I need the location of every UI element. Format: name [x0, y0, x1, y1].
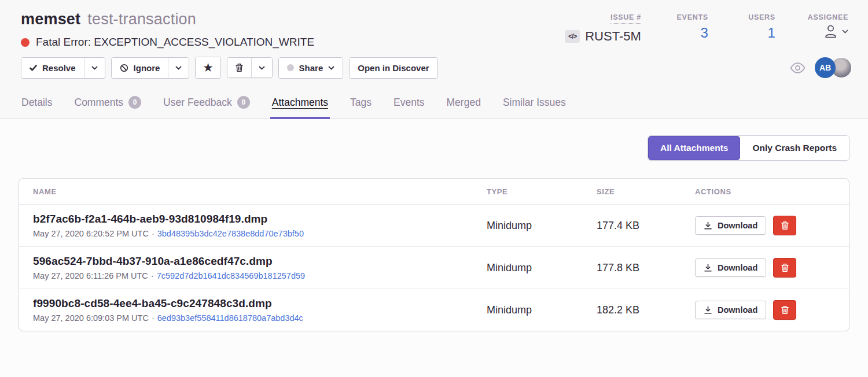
- culprit-function: memset: [21, 10, 80, 28]
- chevron-down-icon: [259, 66, 265, 70]
- transaction-name: test-transaction: [87, 10, 196, 28]
- issue-title: memsettest-transaction: [21, 10, 314, 28]
- delete-attachment-button[interactable]: [773, 258, 796, 278]
- tab-tags[interactable]: Tags: [350, 88, 372, 119]
- users-count[interactable]: 1: [767, 25, 775, 41]
- attachment-filename: f9990bc8-cd58-4ee4-ba45-c9c247848c3d.dmp: [33, 297, 487, 310]
- assignee-selector[interactable]: [824, 24, 848, 39]
- discover-label: Open in Discover: [358, 63, 429, 73]
- tab-attachments[interactable]: Attachments: [271, 88, 329, 119]
- issue-short-id: RUST-5M: [585, 29, 641, 44]
- attachment-size: 182.2 KB: [597, 304, 695, 316]
- attachment-actions: Download: [695, 216, 849, 235]
- download-button[interactable]: Download: [695, 216, 766, 235]
- delete-dropdown-button[interactable]: [251, 58, 272, 77]
- chevron-down-icon: [175, 66, 182, 70]
- users-label: USERS: [748, 13, 775, 21]
- chevron-down-icon: [328, 66, 334, 70]
- attachment-size: 177.8 KB: [597, 262, 695, 274]
- attachment-date: May 27, 2020 6:11:26 PM UTC: [33, 271, 148, 280]
- bookmark-star-button[interactable]: ★: [196, 57, 220, 78]
- assignee-label: ASSIGNEE: [808, 13, 848, 21]
- share-button[interactable]: Share: [279, 58, 343, 78]
- issue-number-value[interactable]: </> RUST-5M: [565, 29, 641, 44]
- trash-icon: [235, 63, 244, 72]
- filter-all-attachments-button[interactable]: All Attachments: [648, 136, 740, 160]
- attachment-date: May 27, 2020 6:09:03 PM UTC: [33, 313, 149, 323]
- delete-attachment-button[interactable]: [773, 216, 796, 235]
- separator-dot: ·: [151, 271, 154, 280]
- attachment-type: Minidump: [487, 262, 597, 274]
- event-id-link[interactable]: 3bd48395b3dc42e7838e8dd70e73bf50: [157, 229, 304, 238]
- error-message: Fatal Error: EXCEPTION_ACCESS_VIOLATION_…: [36, 36, 314, 49]
- ignore-label: Ignore: [134, 63, 160, 73]
- resolve-button[interactable]: Resolve: [21, 58, 84, 78]
- share-label: Share: [299, 63, 323, 73]
- header-row: memsettest-transaction Fatal Error: EXCE…: [0, 0, 868, 49]
- attachment-filename: b2f7ac6b-f2a1-464b-aeb9-93d810984f19.dmp: [33, 213, 487, 226]
- download-button[interactable]: Download: [695, 258, 766, 277]
- issue-tabs: Details Comments0 User Feedback0 Attachm…: [0, 88, 868, 119]
- download-label: Download: [718, 221, 757, 230]
- filter-only-crash-reports-button[interactable]: Only Crash Reports: [740, 136, 849, 160]
- attachment-size: 177.4 KB: [597, 220, 695, 232]
- table-row: b2f7ac6b-f2a1-464b-aeb9-93d810984f19.dmp…: [19, 205, 849, 247]
- attachment-filter-row: All Attachments Only Crash Reports: [19, 135, 849, 161]
- attachment-filter-group: All Attachments Only Crash Reports: [648, 135, 849, 161]
- tab-user-feedback[interactable]: User Feedback0: [163, 88, 251, 119]
- delete-issue-button[interactable]: [227, 58, 251, 77]
- ignore-dropdown-button[interactable]: [168, 58, 189, 78]
- events-count[interactable]: 3: [700, 25, 708, 41]
- comments-count-badge: 0: [128, 96, 141, 109]
- open-in-discover-button[interactable]: Open in Discover: [350, 58, 437, 78]
- download-button[interactable]: Download: [695, 301, 766, 319]
- attachments-table-panel: NAME TYPE SIZE ACTIONS b2f7ac6b-f2a1-464…: [19, 178, 849, 331]
- attachment-actions: Download: [695, 258, 849, 278]
- participant-avatars: AB: [815, 57, 852, 78]
- ignore-button[interactable]: Ignore: [112, 58, 168, 78]
- resolve-button-group: Resolve: [21, 57, 105, 79]
- mute-icon: [120, 64, 128, 72]
- share-status-dot: [287, 64, 294, 71]
- delete-button-group: [227, 57, 273, 78]
- attachment-name-cell: f9990bc8-cd58-4ee4-ba45-c9c247848c3d.dmp…: [33, 297, 487, 323]
- feedback-count-badge: 0: [237, 96, 250, 109]
- stat-assignee: ASSIGNEE: [808, 13, 848, 49]
- attachment-meta: May 27, 2020 6:11:26 PM UTC·7c592d7d2b16…: [33, 271, 487, 280]
- toolbar-right: AB: [790, 57, 852, 78]
- tab-details[interactable]: Details: [21, 88, 53, 119]
- tab-merged[interactable]: Merged: [446, 88, 481, 119]
- download-icon: [704, 306, 712, 315]
- delete-attachment-button[interactable]: [773, 300, 796, 320]
- event-id-link[interactable]: 6ed93b3ef558411d8618780a7abd3d4c: [157, 313, 303, 323]
- tab-similar-issues[interactable]: Similar Issues: [502, 88, 567, 119]
- tab-events[interactable]: Events: [393, 88, 425, 119]
- column-header-size: SIZE: [597, 187, 695, 196]
- separator-dot: ·: [152, 229, 155, 238]
- download-label: Download: [718, 263, 757, 272]
- subscribe-eye-icon[interactable]: [790, 62, 806, 73]
- bookmark-button-group: ★: [195, 57, 220, 79]
- attachment-date: May 27, 2020 6:20:52 PM UTC: [33, 229, 149, 238]
- table-row: 596ac524-7bbd-4b37-910a-a1e86cedf47c.dmp…: [19, 247, 849, 289]
- attachment-name-cell: 596ac524-7bbd-4b37-910a-a1e86cedf47c.dmp…: [33, 255, 487, 280]
- person-icon: [824, 24, 837, 39]
- attachment-meta: May 27, 2020 6:20:52 PM UTC·3bd48395b3dc…: [33, 229, 487, 238]
- issue-number-label: ISSUE #: [610, 13, 641, 24]
- issue-title-block: memsettest-transaction Fatal Error: EXCE…: [21, 10, 314, 49]
- stat-issue-number: ISSUE # </> RUST-5M: [565, 13, 641, 49]
- participant-avatar-initials[interactable]: AB: [815, 57, 836, 78]
- event-id-link[interactable]: 7c592d7d2b1641dc834569b181257d59: [157, 271, 305, 280]
- trash-icon: [781, 263, 789, 272]
- check-icon: [30, 65, 37, 71]
- attachment-filename: 596ac524-7bbd-4b37-910a-a1e86cedf47c.dmp: [33, 255, 487, 268]
- column-header-actions: ACTIONS: [695, 187, 849, 196]
- resolve-dropdown-button[interactable]: [84, 58, 105, 78]
- attachment-meta: May 27, 2020 6:09:03 PM UTC·6ed93b3ef558…: [33, 313, 487, 323]
- resolve-label: Resolve: [42, 63, 76, 73]
- discover-button-group: Open in Discover: [349, 57, 437, 79]
- stat-users: USERS 1: [741, 13, 775, 49]
- trash-icon: [781, 221, 789, 230]
- separator-dot: ·: [152, 313, 155, 323]
- tab-comments[interactable]: Comments0: [74, 88, 142, 119]
